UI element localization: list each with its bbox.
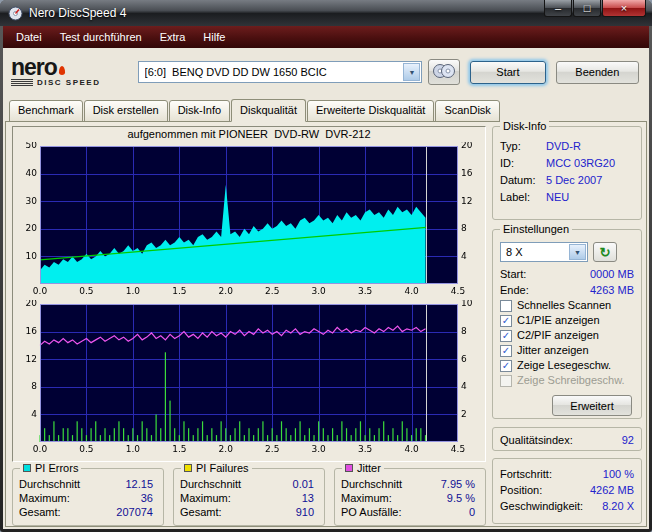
stat-label: Maximum:	[19, 491, 70, 505]
pi-errors-stats-box: PI Errors Durchschnitt12.15 Maximum:36 G…	[12, 468, 164, 526]
position-label: Position:	[500, 482, 542, 498]
quit-button[interactable]: Beenden	[556, 61, 639, 84]
speed-stripes-icon	[11, 79, 33, 86]
speed-label: Geschwindigkeit:	[500, 498, 583, 514]
checkbox-zeige-lesegeschw[interactable]: ✓Zeige Lesegeschw.	[500, 358, 634, 373]
jitter-color-swatch	[345, 464, 353, 472]
scan-start-label: Start:	[500, 266, 526, 282]
stat-label: Durchschnitt	[180, 477, 241, 491]
stat-value: 36	[141, 491, 157, 505]
checkbox-zeige-schreibgeschw: Zeige Schreibgeschw.	[500, 373, 634, 388]
tab-disk-erstellen[interactable]: Disk erstellen	[84, 100, 168, 122]
jitter-stats-box: Jitter Durchschnitt7.95 % Maximum:9.5 % …	[334, 468, 486, 526]
menu-item-test-durchfuehren[interactable]: Test durchführen	[51, 28, 151, 46]
stat-value: 207074	[116, 505, 157, 519]
disc-eject-button[interactable]	[428, 59, 460, 85]
checkbox-icon: ✓	[500, 330, 512, 342]
pi-errors-chart	[14, 142, 484, 300]
nero-flame-icon	[59, 66, 65, 75]
chevron-down-icon[interactable]: ▼	[569, 244, 586, 260]
discs-icon	[432, 63, 456, 79]
refresh-icon: ↻	[600, 245, 611, 260]
stat-value: 13	[302, 491, 318, 505]
toolbar: nero DISC SPEED [6:0] BENQ DVD DD DW 165…	[3, 48, 649, 96]
disk-info-label: Datum:	[500, 172, 546, 189]
close-button[interactable]: ×	[602, 0, 646, 17]
drive-select[interactable]: [6:0] BENQ DVD DD DW 1650 BCIC ▼	[138, 61, 423, 83]
chart-title: aufgenommen mit PIONEER DVD-RW DVR-212	[13, 127, 485, 142]
stat-value: 0	[469, 505, 479, 519]
progress-label: Fortschritt:	[500, 466, 552, 482]
pi-failures-stats-box: PI Failures Durchschnitt0.01 Maximum:13 …	[173, 468, 325, 526]
logo-product: DISC SPEED	[37, 78, 100, 87]
checkbox-icon	[500, 375, 512, 387]
checkbox-c2-pif-anzeigen[interactable]: ✓C2/PIF anzeigen	[500, 328, 634, 343]
refresh-button[interactable]: ↻	[593, 242, 617, 262]
disk-info-label: ID:	[500, 155, 546, 172]
nero-logo: nero DISC SPEED	[11, 57, 138, 87]
jitter-stats-title: Jitter	[357, 462, 381, 474]
stat-value: 12.15	[125, 477, 157, 491]
chevron-down-icon[interactable]: ▼	[403, 63, 420, 81]
quality-index-value: 92	[622, 432, 634, 448]
settings-box: Einstellungen 8 X ▼ ↻ Start:0000 MB Ende…	[492, 229, 642, 419]
disk-info-label: Typ:	[500, 138, 546, 155]
settings-title: Einstellungen	[500, 223, 572, 235]
logo-brand: nero	[11, 54, 57, 80]
start-button[interactable]: Start	[470, 61, 545, 84]
checkbox-icon: ✓	[500, 345, 512, 357]
scan-start-value: 0000 MB	[590, 266, 634, 282]
disk-info-value: 5 Dec 2007	[546, 172, 602, 189]
menu-item-hilfe[interactable]: Hilfe	[194, 28, 234, 46]
client-area: nero DISC SPEED [6:0] BENQ DVD DD DW 165…	[3, 48, 649, 529]
minimize-button[interactable]: –	[544, 0, 572, 17]
disk-info-label: Label:	[500, 189, 546, 206]
jitter-pif-chart	[14, 300, 484, 458]
tab-disk-info[interactable]: Disk-Info	[169, 100, 230, 122]
position-value: 4262 MB	[590, 482, 634, 498]
advanced-button[interactable]: Erweitert	[552, 395, 632, 416]
checkbox-icon: ✓	[500, 360, 512, 372]
scan-end-label: Ende:	[500, 282, 529, 298]
disk-info-value: MCC 03RG20	[546, 155, 615, 172]
tab-diskqualitaet[interactable]: Diskqualität	[231, 99, 306, 122]
disk-info-value: NEU	[546, 189, 569, 206]
disk-info-box: Disk-Info Typ:DVD-R ID:MCC 03RG20 Datum:…	[492, 126, 642, 220]
app-window: Nero DiscSpeed 4 – □ × Datei Test durchf…	[0, 0, 652, 532]
stat-label: Maximum:	[341, 491, 392, 505]
checkbox-jitter-anzeigen[interactable]: ✓Jitter anzeigen	[500, 343, 634, 358]
speed-select-value: 8 X	[506, 246, 523, 258]
maximize-button[interactable]: □	[573, 0, 601, 17]
pi-failures-color-swatch	[184, 464, 192, 472]
titlebar[interactable]: Nero DiscSpeed 4 – □ ×	[0, 0, 652, 26]
disk-info-title: Disk-Info	[500, 120, 549, 132]
speed-select[interactable]: 8 X ▼	[500, 242, 588, 262]
scan-end-value: 4263 MB	[590, 282, 634, 298]
checkbox-icon: ✓	[500, 315, 512, 327]
pi-errors-stats-title: PI Errors	[35, 462, 78, 474]
stat-label: Gesamt:	[19, 505, 61, 519]
menu-bar: Datei Test durchführen Extra Hilfe	[3, 26, 649, 48]
stat-label: Durchschnitt	[341, 477, 402, 491]
stats-row: PI Errors Durchschnitt12.15 Maximum:36 G…	[12, 468, 486, 526]
speed-value: 8.20 X	[602, 498, 634, 514]
checkbox-schnelles-scannen[interactable]: Schnelles Scannen	[500, 298, 634, 313]
checkbox-c1-pie-anzeigen[interactable]: ✓C1/PIE anzeigen	[500, 313, 634, 328]
stat-value: 0.01	[293, 477, 318, 491]
window-controls: – □ ×	[543, 0, 652, 17]
drive-select-value: [6:0] BENQ DVD DD DW 1650 BCIC	[145, 66, 327, 78]
tab-bar: Benchmark Disk erstellen Disk-Info Diskq…	[3, 96, 649, 121]
checkbox-icon	[500, 300, 512, 312]
stat-value: 910	[296, 505, 318, 519]
tab-erweiterte-diskqualitaet[interactable]: Erweiterte Diskqualität	[307, 100, 434, 122]
app-icon	[8, 6, 23, 21]
menu-item-extra[interactable]: Extra	[151, 28, 195, 46]
disk-info-value: DVD-R	[546, 138, 581, 155]
tab-page: aufgenommen mit PIONEER DVD-RW DVR-212 P…	[5, 121, 647, 527]
menu-item-datei[interactable]: Datei	[7, 28, 51, 46]
tab-scandisk[interactable]: ScanDisk	[435, 100, 499, 122]
tab-benchmark[interactable]: Benchmark	[9, 100, 83, 122]
progress-value: 100 %	[603, 466, 634, 482]
side-panel: Disk-Info Typ:DVD-R ID:MCC 03RG20 Datum:…	[492, 126, 642, 524]
quality-index-box: Qualitätsindex:92	[492, 427, 642, 451]
